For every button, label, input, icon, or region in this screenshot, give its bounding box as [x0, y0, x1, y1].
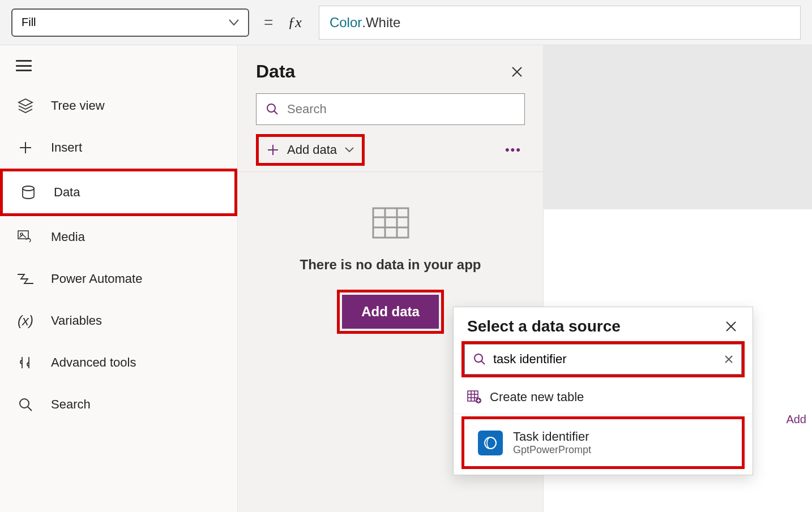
svg-rect-5	[373, 208, 408, 238]
tools-icon	[16, 353, 35, 372]
nav-label: Search	[51, 397, 91, 412]
add-data-dropdown[interactable]: Add data	[256, 134, 365, 166]
add-link[interactable]: Add	[786, 413, 806, 426]
search-icon	[473, 352, 486, 366]
flow-icon	[16, 269, 35, 289]
nav-label: Power Automate	[51, 272, 142, 286]
nav-item-tree-view[interactable]: Tree view	[0, 85, 237, 127]
clear-icon[interactable]	[724, 355, 733, 364]
create-new-table-button[interactable]: Create new table	[454, 381, 753, 414]
create-table-label: Create new table	[490, 390, 584, 405]
table-plus-icon	[467, 390, 482, 404]
svg-point-10	[475, 354, 482, 362]
svg-point-3	[20, 399, 29, 408]
more-options-button[interactable]: •••	[502, 139, 525, 161]
popup-title: Select a data source	[467, 317, 621, 335]
chevron-down-icon	[345, 147, 354, 153]
ai-model-icon	[478, 431, 503, 455]
close-icon[interactable]	[723, 319, 739, 334]
database-icon	[19, 183, 38, 202]
nav-item-power-automate[interactable]: Power Automate	[0, 258, 237, 300]
add-data-label: Add data	[287, 143, 337, 157]
nav-item-insert[interactable]: Insert	[0, 127, 237, 169]
variable-icon: (x)	[16, 311, 35, 330]
nav-item-data[interactable]: Data	[0, 169, 237, 216]
empty-message: There is no data in your app	[249, 257, 532, 273]
search-icon	[266, 102, 279, 116]
nav-item-media[interactable]: Media	[0, 216, 237, 258]
search-icon	[16, 395, 35, 414]
table-icon	[371, 206, 411, 240]
nav-label: Media	[51, 230, 85, 244]
nav-label: Data	[54, 185, 80, 200]
nav-label: Variables	[51, 313, 102, 328]
property-dropdown[interactable]: Fill	[11, 8, 249, 37]
nav-item-search[interactable]: Search	[0, 384, 237, 425]
data-source-result[interactable]: Task identifier GptPowerPrompt	[464, 419, 742, 466]
fx-icon[interactable]: ƒx	[288, 14, 302, 31]
layers-icon	[16, 96, 35, 115]
data-panel-title: Data	[256, 61, 295, 82]
hamburger-button[interactable]	[0, 51, 237, 85]
result-subtitle: GptPowerPrompt	[513, 444, 591, 456]
data-search-input[interactable]	[287, 102, 515, 117]
nav-label: Advanced tools	[51, 355, 136, 370]
data-source-popup: Select a data source Create new table	[453, 307, 753, 475]
formula-input[interactable]: Color.White	[319, 6, 801, 40]
popup-search-input[interactable]	[493, 352, 717, 367]
media-icon	[16, 227, 35, 247]
formula-token-object: Color	[330, 15, 362, 31]
svg-point-0	[23, 186, 34, 191]
equals-sign: =	[264, 14, 273, 32]
nav-label: Tree view	[51, 98, 105, 113]
close-icon[interactable]	[509, 64, 525, 80]
left-nav: Tree view Insert Data Media Power Automa	[0, 45, 238, 512]
nav-label: Insert	[51, 140, 82, 155]
nav-item-variables[interactable]: (x) Variables	[0, 300, 237, 342]
chevron-down-icon	[229, 19, 239, 26]
formula-token-dot: .	[362, 15, 366, 31]
svg-point-4	[267, 104, 275, 112]
add-data-button[interactable]: Add data	[342, 295, 439, 329]
formula-token-member: White	[366, 15, 400, 31]
data-search-box[interactable]	[256, 93, 525, 125]
plus-icon	[267, 144, 279, 156]
popup-search-box[interactable]	[464, 344, 742, 375]
plus-icon	[16, 138, 35, 157]
result-title: Task identifier	[513, 429, 591, 444]
nav-item-advanced-tools[interactable]: Advanced tools	[0, 342, 237, 384]
hamburger-icon	[16, 60, 32, 71]
formula-bar: Fill = ƒx Color.White	[0, 0, 812, 45]
property-name: Fill	[22, 16, 36, 29]
